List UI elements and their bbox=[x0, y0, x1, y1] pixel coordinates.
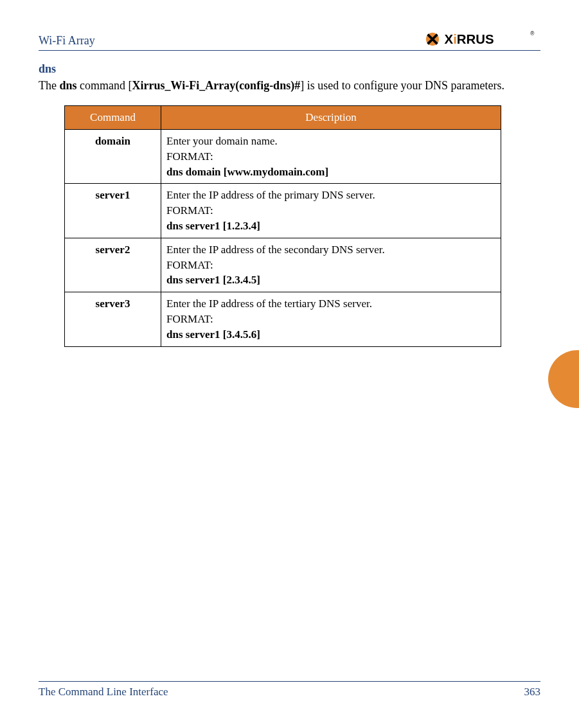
page-header: Wi-Fi Array XiRRUS ® bbox=[39, 31, 540, 51]
desc-text: Enter the IP address of the tertiary DNS… bbox=[166, 296, 495, 312]
xirrus-logo-icon: XiRRUS ® bbox=[424, 31, 540, 48]
document-title: Wi-Fi Array bbox=[39, 34, 95, 48]
desc-format-label: FORMAT: bbox=[166, 203, 495, 218]
footer-page-number: 363 bbox=[524, 686, 541, 698]
table-row: server2 Enter the IP address of the seco… bbox=[65, 238, 501, 292]
svg-text:XiRRUS: XiRRUS bbox=[445, 32, 494, 46]
table-row: domain Enter your domain name. FORMAT: d… bbox=[65, 130, 501, 184]
intro-bold-cmd: dns bbox=[59, 79, 76, 92]
page-footer: The Command Line Interface 363 bbox=[39, 681, 540, 698]
desc-format-example: dns domain [www.mydomain.com] bbox=[166, 164, 495, 180]
desc-format-label: FORMAT: bbox=[166, 258, 495, 273]
desc-text: Enter your domain name. bbox=[166, 134, 495, 149]
footer-section-title: The Command Line Interface bbox=[39, 686, 168, 698]
col-header-description: Description bbox=[161, 106, 501, 130]
desc-format-label: FORMAT: bbox=[166, 312, 495, 327]
table-row: server3 Enter the IP address of the tert… bbox=[65, 292, 501, 346]
command-table: Command Description domain Enter your do… bbox=[64, 105, 501, 347]
intro-paragraph: The dns command [Xirrus_Wi-Fi_Array(conf… bbox=[39, 77, 540, 94]
cmd-cell: server3 bbox=[65, 292, 161, 346]
intro-text: The bbox=[39, 79, 59, 92]
intro-text: ] is used to configure your DNS paramete… bbox=[300, 79, 504, 92]
section-heading: dns bbox=[39, 62, 540, 76]
intro-bold-prompt: Xirrus_Wi-Fi_Array(config-dns)# bbox=[132, 79, 301, 92]
desc-cell: Enter the IP address of the secondary DN… bbox=[161, 238, 501, 292]
desc-format-example: dns server1 [3.4.5.6] bbox=[166, 327, 495, 342]
table-header-row: Command Description bbox=[65, 106, 501, 130]
desc-cell: Enter the IP address of the tertiary DNS… bbox=[161, 292, 501, 346]
side-tab-icon bbox=[548, 350, 579, 408]
desc-text: Enter the IP address of the primary DNS … bbox=[166, 188, 495, 203]
col-header-command: Command bbox=[65, 106, 161, 130]
desc-text: Enter the IP address of the secondary DN… bbox=[166, 242, 495, 258]
cmd-cell: server1 bbox=[65, 184, 161, 238]
table-row: server1 Enter the IP address of the prim… bbox=[65, 184, 501, 238]
desc-format-example: dns server1 [1.2.3.4] bbox=[166, 218, 495, 234]
desc-format-example: dns server1 [2.3.4.5] bbox=[166, 272, 495, 288]
svg-text:®: ® bbox=[530, 31, 535, 37]
cmd-cell: server2 bbox=[65, 238, 161, 292]
cmd-cell: domain bbox=[65, 130, 161, 184]
desc-cell: Enter your domain name. FORMAT: dns doma… bbox=[161, 130, 501, 184]
desc-format-label: FORMAT: bbox=[166, 149, 495, 164]
desc-cell: Enter the IP address of the primary DNS … bbox=[161, 184, 501, 238]
intro-text: command [ bbox=[77, 79, 132, 92]
